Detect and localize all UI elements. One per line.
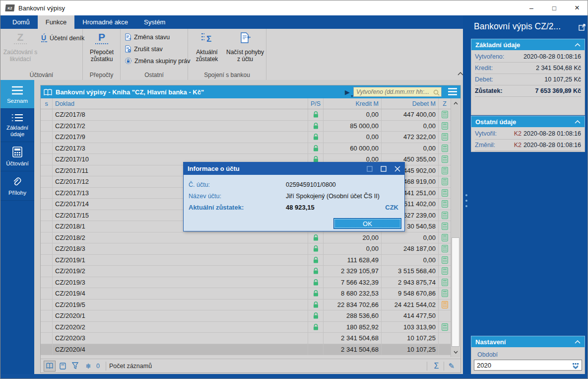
prepocet-icon: P xyxy=(84,31,119,46)
status-cell xyxy=(41,132,53,143)
doklad-cell: CZ/2020/3 xyxy=(53,333,308,344)
edit-icon[interactable]: ✎ xyxy=(445,362,457,371)
z-cell xyxy=(439,255,451,266)
debet-cell: 3 515 568,40 xyxy=(382,266,439,277)
col-header-z[interactable]: Z xyxy=(439,98,451,109)
lock-icon xyxy=(313,312,319,319)
tab-domu[interactable]: Domů xyxy=(4,15,38,29)
section-header[interactable]: Nastavení xyxy=(471,336,585,347)
sum-icon[interactable]: Σ xyxy=(430,362,443,371)
ucetni-denik-button[interactable]: Ú Účetní deník xyxy=(41,34,84,42)
z-cell xyxy=(439,322,451,333)
play-button[interactable]: ▶▼ xyxy=(345,88,350,96)
splitter-handle[interactable] xyxy=(465,194,467,211)
doklad-cell: CZ/2017/9 xyxy=(53,132,308,143)
sidebar-item-zakladni-udaje[interactable]: Základní údaje xyxy=(0,109,34,142)
popout-icon[interactable] xyxy=(579,22,586,30)
status-cell xyxy=(41,300,53,310)
scroll-down-icon[interactable] xyxy=(451,347,460,357)
freeze-icon[interactable]: ❄ xyxy=(82,361,94,372)
collapse-icon xyxy=(575,340,581,344)
minimize-button[interactable]: – xyxy=(520,0,543,15)
col-header-debet[interactable]: Debet M xyxy=(382,98,439,109)
scrollbar-thumb[interactable] xyxy=(452,237,459,347)
status-cell xyxy=(41,266,53,277)
card-view-icon[interactable] xyxy=(57,361,68,372)
section-header[interactable]: Základní údaje xyxy=(471,39,585,50)
nacist-pohyby-icon xyxy=(225,31,265,46)
sidebar-item-prilohy[interactable]: Přílohy xyxy=(0,171,34,201)
lock-icon xyxy=(313,279,319,286)
table-row[interactable]: CZ/2019/22 329 105,973 515 568,40 xyxy=(41,266,451,277)
nacist-pohyby-button[interactable]: Načíst pohyby z účtu xyxy=(225,31,265,70)
ps-cell xyxy=(308,322,324,333)
zrusit-stav-button[interactable]: Zrušit stav xyxy=(125,45,163,53)
status-cell xyxy=(41,333,53,344)
window-titlebar: K2 Bankovní výpisy – □ × xyxy=(0,0,588,15)
sidebar-item-seznam[interactable]: Seznam xyxy=(0,80,34,109)
tab-funkce[interactable]: Funkce xyxy=(38,15,75,29)
dropdown-icon[interactable] xyxy=(572,361,580,369)
table-row[interactable]: CZ/2018/30,00248 187,00 xyxy=(41,243,451,255)
table-row[interactable]: CZ/2019/1111 628,490,00 xyxy=(41,255,451,266)
ok-button[interactable]: OK xyxy=(333,218,401,229)
col-header-doklad[interactable]: Doklad xyxy=(53,98,308,109)
app-icon: K2 xyxy=(5,4,14,11)
aktualni-zustatek-icon: Σ xyxy=(191,31,223,46)
table-row[interactable]: CZ/2020/42 341 504,6810 107,25 xyxy=(41,344,451,356)
table-row[interactable]: CZ/2019/522 834 702,6624 421 544,02 xyxy=(41,300,451,311)
section-header[interactable]: Ostatní údaje xyxy=(471,116,585,127)
kredit-cell: 180 852,92 xyxy=(324,322,382,333)
status-cell xyxy=(41,188,53,199)
z-cell xyxy=(439,288,451,299)
zmena-stavu-button[interactable]: Změna stavu xyxy=(125,33,170,41)
col-header-ps[interactable]: P/S xyxy=(308,98,324,109)
col-header-kredit[interactable]: Kredit M xyxy=(324,98,382,109)
grid-menu-icon[interactable] xyxy=(448,87,457,96)
debet-cell: 447 400,00 xyxy=(382,109,439,120)
table-row[interactable]: CZ/2020/32 341 504,6810 107,25 xyxy=(41,333,451,344)
lock-icon xyxy=(313,256,319,264)
table-row[interactable]: CZ/2019/48 680 232,539 548 670,86 xyxy=(41,288,451,300)
period-label: Období xyxy=(477,351,585,358)
col-header-s[interactable]: s xyxy=(41,98,53,109)
lock-icon xyxy=(313,234,319,241)
sidebar-item-uctovani[interactable]: Účtování xyxy=(0,142,34,171)
book-icon xyxy=(44,88,52,96)
calculator-status-icon xyxy=(442,245,448,252)
table-row[interactable]: CZ/2017/285 000,000,00 xyxy=(41,121,451,132)
close-button[interactable]: × xyxy=(566,0,588,15)
aktualni-zustatek-button[interactable]: Σ Aktuální zůstatek xyxy=(191,31,223,70)
prepocet-zustatku-button[interactable]: P Přepočet zůstatku xyxy=(84,31,119,70)
table-row[interactable]: CZ/2017/360 000,000,00 xyxy=(41,143,451,154)
lock-icon xyxy=(313,323,319,331)
table-row[interactable]: CZ/2020/1288 536,60414 477,50 xyxy=(41,310,451,322)
filter-icon[interactable] xyxy=(69,361,81,372)
zauctovani-s-likvidaci-button[interactable]: Z Zaúčtování s likvidací xyxy=(3,31,38,70)
table-row[interactable]: CZ/2017/80,00447 400,00 xyxy=(41,109,451,121)
kredit-cell: 288 536,60 xyxy=(324,310,382,321)
z-cell xyxy=(439,154,451,165)
kredit-cell: 0,00 xyxy=(324,243,382,254)
table-row[interactable]: CZ/2018/220,000,00 xyxy=(41,232,451,244)
debet-cell: 472 322,00 xyxy=(382,132,439,143)
table-row[interactable]: CZ/2019/37 566 432,392 943 875,74 xyxy=(41,277,451,289)
calculator-icon xyxy=(12,147,22,157)
table-row[interactable]: CZ/2020/2180 852,92103 313,90 xyxy=(41,322,451,333)
tab-system[interactable]: Systém xyxy=(136,15,173,29)
zmena-skupiny-prav-button[interactable]: Změna skupiny práv xyxy=(125,57,191,65)
calculator-status-icon xyxy=(442,167,448,174)
window-title: Bankovní výpisy xyxy=(18,4,65,12)
tab-hromadne-akce[interactable]: Hromadné akce xyxy=(74,15,136,29)
maximize-button[interactable]: □ xyxy=(543,0,566,15)
period-input[interactable] xyxy=(474,362,572,369)
dialog-maximize-button[interactable] xyxy=(377,162,391,175)
kredit-cell: 8 680 232,53 xyxy=(324,288,382,299)
vertical-scrollbar[interactable] xyxy=(451,98,460,357)
ps-cell xyxy=(308,232,324,243)
table-row[interactable]: CZ/2017/90,00472 322,00 xyxy=(41,132,451,143)
scroll-up-icon[interactable] xyxy=(451,98,460,108)
dialog-close-button[interactable] xyxy=(391,162,404,175)
book-view-icon[interactable] xyxy=(44,361,56,372)
filter-input[interactable] xyxy=(354,88,433,95)
